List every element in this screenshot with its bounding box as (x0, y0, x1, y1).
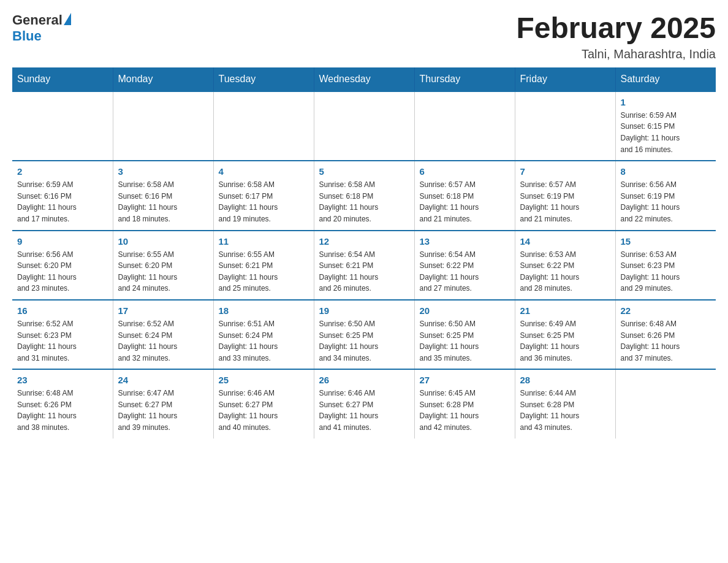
calendar-table: SundayMondayTuesdayWednesdayThursdayFrid… (12, 67, 716, 439)
calendar-cell: 22Sunrise: 6:48 AM Sunset: 6:26 PM Dayli… (615, 300, 716, 369)
calendar-cell: 15Sunrise: 6:53 AM Sunset: 6:23 PM Dayli… (615, 231, 716, 300)
day-info-text: Sunrise: 6:47 AM Sunset: 6:27 PM Dayligh… (118, 388, 208, 433)
day-number: 17 (118, 305, 208, 316)
calendar-cell: 6Sunrise: 6:57 AM Sunset: 6:18 PM Daylig… (414, 161, 515, 230)
weekday-header-sunday: Sunday (12, 67, 113, 91)
day-info-text: Sunrise: 6:52 AM Sunset: 6:24 PM Dayligh… (118, 318, 208, 364)
day-number: 28 (520, 375, 610, 385)
day-number: 20 (420, 305, 510, 316)
calendar-cell: 10Sunrise: 6:55 AM Sunset: 6:20 PM Dayli… (113, 231, 213, 300)
calendar-cell: 3Sunrise: 6:58 AM Sunset: 6:16 PM Daylig… (113, 161, 213, 230)
calendar-cell: 28Sunrise: 6:44 AM Sunset: 6:28 PM Dayli… (515, 369, 615, 438)
weekday-header-row: SundayMondayTuesdayWednesdayThursdayFrid… (12, 67, 716, 91)
calendar-cell: 1Sunrise: 6:59 AM Sunset: 6:15 PM Daylig… (615, 91, 716, 161)
day-number: 18 (219, 305, 309, 316)
day-number: 7 (520, 166, 610, 177)
calendar-cell: 19Sunrise: 6:50 AM Sunset: 6:25 PM Dayli… (314, 300, 414, 369)
month-year-title: February 2025 (516, 12, 716, 45)
calendar-cell: 2Sunrise: 6:59 AM Sunset: 6:16 PM Daylig… (12, 161, 113, 230)
calendar-cell: 8Sunrise: 6:56 AM Sunset: 6:19 PM Daylig… (615, 161, 716, 230)
day-number: 19 (319, 305, 409, 316)
day-info-text: Sunrise: 6:55 AM Sunset: 6:20 PM Dayligh… (118, 249, 208, 294)
weekday-header-friday: Friday (515, 67, 615, 91)
weekday-header-saturday: Saturday (615, 67, 716, 91)
weekday-header-tuesday: Tuesday (213, 67, 314, 91)
calendar-week-row: 1Sunrise: 6:59 AM Sunset: 6:15 PM Daylig… (12, 91, 716, 161)
day-info-text: Sunrise: 6:45 AM Sunset: 6:28 PM Dayligh… (420, 388, 510, 433)
day-info-text: Sunrise: 6:46 AM Sunset: 6:27 PM Dayligh… (219, 388, 309, 433)
day-info-text: Sunrise: 6:50 AM Sunset: 6:25 PM Dayligh… (319, 318, 409, 364)
calendar-cell: 9Sunrise: 6:56 AM Sunset: 6:20 PM Daylig… (12, 231, 113, 300)
day-info-text: Sunrise: 6:54 AM Sunset: 6:22 PM Dayligh… (420, 249, 510, 294)
day-number: 8 (621, 166, 711, 177)
calendar-cell: 26Sunrise: 6:46 AM Sunset: 6:27 PM Dayli… (314, 369, 414, 438)
page-header: General Blue February 2025 Talni, Mahara… (12, 12, 716, 61)
day-info-text: Sunrise: 6:44 AM Sunset: 6:28 PM Dayligh… (520, 388, 610, 433)
day-number: 15 (621, 236, 711, 247)
day-number: 9 (17, 236, 108, 247)
day-number: 3 (118, 166, 208, 177)
calendar-week-row: 2Sunrise: 6:59 AM Sunset: 6:16 PM Daylig… (12, 161, 716, 230)
day-info-text: Sunrise: 6:58 AM Sunset: 6:18 PM Dayligh… (319, 179, 409, 224)
calendar-cell: 17Sunrise: 6:52 AM Sunset: 6:24 PM Dayli… (113, 300, 213, 369)
day-number: 4 (219, 166, 309, 177)
day-info-text: Sunrise: 6:48 AM Sunset: 6:26 PM Dayligh… (621, 318, 711, 364)
calendar-cell: 27Sunrise: 6:45 AM Sunset: 6:28 PM Dayli… (414, 369, 515, 438)
calendar-cell: 20Sunrise: 6:50 AM Sunset: 6:25 PM Dayli… (414, 300, 515, 369)
calendar-cell (615, 369, 716, 438)
logo-blue-text: Blue (12, 28, 42, 44)
weekday-header-monday: Monday (113, 67, 213, 91)
day-info-text: Sunrise: 6:46 AM Sunset: 6:27 PM Dayligh… (319, 388, 409, 433)
day-number: 12 (319, 236, 409, 247)
calendar-week-row: 23Sunrise: 6:48 AM Sunset: 6:26 PM Dayli… (12, 369, 716, 438)
day-number: 25 (219, 375, 309, 385)
day-number: 24 (118, 375, 208, 385)
calendar-cell: 16Sunrise: 6:52 AM Sunset: 6:23 PM Dayli… (12, 300, 113, 369)
calendar-cell (113, 91, 213, 161)
title-section: February 2025 Talni, Maharashtra, India (516, 12, 716, 61)
day-info-text: Sunrise: 6:58 AM Sunset: 6:16 PM Dayligh… (118, 179, 208, 224)
day-info-text: Sunrise: 6:59 AM Sunset: 6:15 PM Dayligh… (621, 110, 711, 155)
day-number: 13 (420, 236, 510, 247)
calendar-cell (314, 91, 414, 161)
day-info-text: Sunrise: 6:49 AM Sunset: 6:25 PM Dayligh… (520, 318, 610, 364)
calendar-cell: 12Sunrise: 6:54 AM Sunset: 6:21 PM Dayli… (314, 231, 414, 300)
day-number: 21 (520, 305, 610, 316)
calendar-cell: 11Sunrise: 6:55 AM Sunset: 6:21 PM Dayli… (213, 231, 314, 300)
calendar-cell: 21Sunrise: 6:49 AM Sunset: 6:25 PM Dayli… (515, 300, 615, 369)
day-number: 16 (17, 305, 108, 316)
calendar-cell: 4Sunrise: 6:58 AM Sunset: 6:17 PM Daylig… (213, 161, 314, 230)
location-subtitle: Talni, Maharashtra, India (516, 47, 716, 61)
day-number: 2 (17, 166, 108, 177)
day-number: 5 (319, 166, 409, 177)
logo-general-text: General (12, 12, 63, 28)
calendar-cell (213, 91, 314, 161)
weekday-header-thursday: Thursday (414, 67, 515, 91)
day-info-text: Sunrise: 6:50 AM Sunset: 6:25 PM Dayligh… (420, 318, 510, 364)
day-info-text: Sunrise: 6:56 AM Sunset: 6:19 PM Dayligh… (621, 179, 711, 224)
calendar-week-row: 9Sunrise: 6:56 AM Sunset: 6:20 PM Daylig… (12, 231, 716, 300)
logo: General Blue (12, 12, 74, 44)
day-number: 14 (520, 236, 610, 247)
day-info-text: Sunrise: 6:54 AM Sunset: 6:21 PM Dayligh… (319, 249, 409, 294)
day-info-text: Sunrise: 6:59 AM Sunset: 6:16 PM Dayligh… (17, 179, 108, 224)
day-info-text: Sunrise: 6:48 AM Sunset: 6:26 PM Dayligh… (17, 388, 108, 433)
day-number: 11 (219, 236, 309, 247)
calendar-cell: 5Sunrise: 6:58 AM Sunset: 6:18 PM Daylig… (314, 161, 414, 230)
day-number: 22 (621, 305, 711, 316)
day-number: 26 (319, 375, 409, 385)
calendar-cell: 18Sunrise: 6:51 AM Sunset: 6:24 PM Dayli… (213, 300, 314, 369)
calendar-cell: 24Sunrise: 6:47 AM Sunset: 6:27 PM Dayli… (113, 369, 213, 438)
calendar-cell: 13Sunrise: 6:54 AM Sunset: 6:22 PM Dayli… (414, 231, 515, 300)
day-info-text: Sunrise: 6:51 AM Sunset: 6:24 PM Dayligh… (219, 318, 309, 364)
calendar-cell (12, 91, 113, 161)
day-info-text: Sunrise: 6:58 AM Sunset: 6:17 PM Dayligh… (219, 179, 309, 224)
day-number: 27 (420, 375, 510, 385)
day-number: 1 (621, 97, 711, 107)
day-info-text: Sunrise: 6:53 AM Sunset: 6:23 PM Dayligh… (621, 249, 711, 294)
calendar-cell (414, 91, 515, 161)
day-number: 6 (420, 166, 510, 177)
calendar-cell: 14Sunrise: 6:53 AM Sunset: 6:22 PM Dayli… (515, 231, 615, 300)
calendar-cell: 23Sunrise: 6:48 AM Sunset: 6:26 PM Dayli… (12, 369, 113, 438)
day-number: 10 (118, 236, 208, 247)
